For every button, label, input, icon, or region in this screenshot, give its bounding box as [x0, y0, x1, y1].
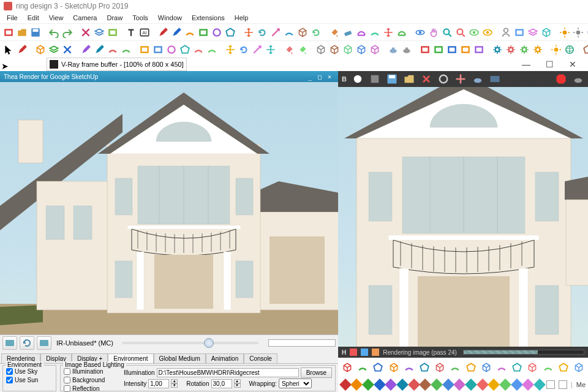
diamond-5[interactable]: [398, 379, 407, 391]
vray-clear-icon[interactable]: [420, 73, 432, 85]
dim-tool[interactable]: [396, 25, 408, 40]
thea-refresh-button[interactable]: [20, 336, 34, 350]
r-circle[interactable]: [165, 42, 178, 57]
thea-close-icon[interactable]: ×: [325, 74, 334, 80]
shelf-icon-10[interactable]: [495, 360, 508, 375]
diamond-17[interactable]: [535, 379, 545, 391]
intensity-down[interactable]: ▼: [171, 383, 178, 388]
vray-teapot2-icon[interactable]: [572, 73, 584, 85]
undo-button[interactable]: [48, 25, 60, 40]
ai-tool[interactable]: AI: [138, 25, 151, 40]
thea-tab-animation[interactable]: Animation: [206, 353, 244, 363]
thea-minimize-icon[interactable]: _: [305, 74, 315, 80]
ext-4[interactable]: [532, 42, 544, 57]
ibl-background-checkbox[interactable]: Background: [64, 375, 119, 384]
win-2[interactable]: [432, 42, 445, 57]
rotation-up[interactable]: ▲: [234, 379, 241, 383]
maximize-button[interactable]: ☐: [538, 58, 561, 71]
shelf-icon-15[interactable]: [572, 360, 586, 375]
bucket-tool[interactable]: [328, 25, 341, 40]
shadow-tool[interactable]: [572, 25, 584, 40]
browse-button[interactable]: Browse: [301, 368, 332, 378]
ibl-illumination-checkbox[interactable]: Illumination: [64, 367, 119, 375]
rotate-tool[interactable]: [256, 25, 268, 40]
diamond-3[interactable]: [375, 379, 385, 391]
menu-window[interactable]: Window: [154, 13, 186, 22]
shelf-icon-11[interactable]: [510, 360, 524, 375]
ibl-reflection-checkbox[interactable]: Reflection: [64, 384, 119, 392]
move-tool[interactable]: [243, 25, 255, 40]
thea-tab-global-medium[interactable]: Global Medium: [154, 353, 206, 363]
use-sky-checkbox[interactable]: Use Sky: [6, 367, 53, 375]
rotation-input[interactable]: [211, 379, 232, 388]
diamond-14[interactable]: [500, 379, 510, 391]
shelf-icon-4[interactable]: [402, 360, 416, 375]
ext-1[interactable]: [491, 42, 503, 57]
menu-tools[interactable]: Tools: [128, 13, 153, 22]
r-bez[interactable]: [120, 42, 132, 57]
menu-extensions[interactable]: Extensions: [187, 13, 229, 22]
eraser-tool[interactable]: [342, 25, 354, 40]
intensity-input[interactable]: [148, 379, 169, 388]
status-swatch-2[interactable]: [559, 380, 567, 389]
r-rrect[interactable]: [152, 42, 164, 57]
r-pencil[interactable]: [80, 42, 92, 57]
v-tex[interactable]: [355, 42, 368, 57]
open-button[interactable]: [16, 25, 28, 40]
thea-progress-slider[interactable]: [122, 342, 258, 344]
lasso-tool[interactable]: [16, 42, 28, 57]
diamond-0[interactable]: [341, 379, 350, 391]
sun-2[interactable]: [550, 42, 562, 57]
comp-edit[interactable]: [34, 42, 47, 57]
diamond-12[interactable]: [478, 379, 488, 391]
teapot-2[interactable]: [401, 42, 413, 57]
vray-viewport[interactable]: [338, 71, 588, 392]
diamond-16[interactable]: [524, 379, 533, 391]
thea-render-button[interactable]: [2, 336, 17, 350]
diamond-13[interactable]: [489, 379, 499, 391]
p1[interactable]: [582, 42, 588, 57]
vray-frame-buffer-tab[interactable]: V-Ray frame buffer - [100% of 800 x 450]: [47, 58, 187, 71]
scale-tool[interactable]: [270, 25, 282, 40]
mat-2[interactable]: [296, 42, 309, 57]
r-line[interactable]: [93, 42, 105, 57]
illum-path-input[interactable]: [157, 368, 299, 377]
diamond-2[interactable]: [363, 379, 373, 391]
vray-gear-icon[interactable]: [437, 73, 450, 85]
status-swatch-1[interactable]: [546, 380, 555, 389]
shelf-icon-8[interactable]: [464, 360, 478, 375]
shelf-icon-3[interactable]: [387, 360, 401, 375]
menu-view[interactable]: View: [45, 13, 68, 22]
explode[interactable]: [61, 42, 74, 57]
diamond-11[interactable]: [466, 379, 476, 391]
arc-tool[interactable]: [184, 25, 196, 40]
vray-circle-icon[interactable]: [352, 73, 364, 85]
win-3[interactable]: [446, 42, 458, 57]
vray-orange-icon[interactable]: [372, 349, 379, 356]
r-rect[interactable]: [138, 42, 151, 57]
rotation-down[interactable]: ▼: [234, 383, 241, 388]
followme-tool[interactable]: [310, 25, 322, 40]
v-wire[interactable]: [315, 42, 327, 57]
layers-tool[interactable]: [527, 25, 539, 40]
vray-teapot-icon[interactable]: [472, 73, 484, 85]
fog-tool[interactable]: [586, 25, 588, 40]
shelf-icon-14[interactable]: [557, 360, 570, 375]
paste-button[interactable]: [107, 25, 119, 40]
diamond-9[interactable]: [443, 379, 453, 391]
menu-draw[interactable]: Draw: [102, 13, 127, 22]
pushpull-tool[interactable]: [296, 25, 309, 40]
vray-channel-label[interactable]: B: [342, 75, 347, 83]
v-hid[interactable]: [328, 42, 341, 57]
axes-tool[interactable]: [382, 25, 394, 40]
shelf-icon-2[interactable]: [371, 360, 385, 375]
text-tool[interactable]: [125, 25, 137, 40]
tape-tool[interactable]: [355, 25, 368, 40]
use-sun-checkbox[interactable]: Use Sun: [6, 375, 53, 384]
mat-1[interactable]: [283, 42, 295, 57]
vray-square-icon[interactable]: [369, 73, 381, 85]
win-4[interactable]: [459, 42, 472, 57]
vray-folder-icon[interactable]: [403, 73, 415, 85]
close-button[interactable]: ✕: [561, 58, 584, 71]
shelf-icon-13[interactable]: [541, 360, 554, 375]
